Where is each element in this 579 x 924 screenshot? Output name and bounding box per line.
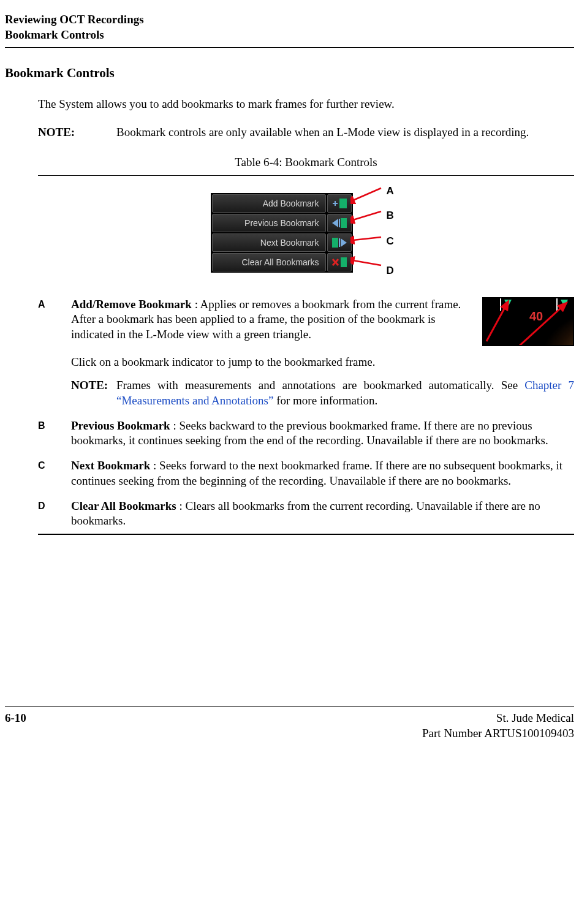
definition-d: D Clear All Bookmarks : Clears all bookm… bbox=[38, 499, 574, 529]
menu-item-previous-bookmark[interactable]: Previous Bookmark bbox=[212, 214, 352, 232]
def-a-note-body: Frames with measurements and annotations… bbox=[116, 378, 574, 408]
bookmark-indicator-image: 40 bbox=[482, 297, 574, 346]
header-chapter: Reviewing OCT Recordings bbox=[5, 12, 574, 28]
page-number: 6-10 bbox=[5, 711, 26, 741]
definition-a: A Add/Remove Bookmark : Applies or remov… bbox=[38, 297, 574, 409]
menu-label: Clear All Bookmarks bbox=[212, 253, 326, 271]
menu-item-add-bookmark[interactable]: Add Bookmark bbox=[212, 194, 352, 213]
menu-label: Previous Bookmark bbox=[212, 214, 326, 232]
menu-item-next-bookmark[interactable]: Next Bookmark bbox=[212, 233, 352, 252]
def-a-note-label: NOTE: bbox=[71, 378, 116, 408]
definition-c: C Next Bookmark : Seeks forward to the n… bbox=[38, 458, 574, 488]
note-label: NOTE: bbox=[38, 125, 116, 140]
note-text: Bookmark controls are only available whe… bbox=[116, 125, 574, 140]
menu-label: Add Bookmark bbox=[212, 194, 326, 213]
menu-item-clear-all-bookmarks[interactable]: Clear All Bookmarks bbox=[212, 253, 352, 271]
prev-bookmark-icon bbox=[327, 214, 352, 232]
footer-part-number: Part Number ARTUS100109403 bbox=[422, 726, 574, 741]
note-block: NOTE: Bookmark controls are only availab… bbox=[38, 125, 574, 140]
header-divider bbox=[5, 47, 574, 48]
intro-paragraph: The System allows you to add bookmarks t… bbox=[38, 97, 574, 112]
svg-rect-5 bbox=[339, 219, 340, 227]
svg-rect-8 bbox=[339, 238, 340, 247]
table-caption: Table 6-4: Bookmark Controls bbox=[38, 155, 574, 170]
section-title: Bookmark Controls bbox=[5, 65, 574, 81]
svg-line-24 bbox=[486, 308, 505, 341]
def-c-text: Next Bookmark : Seeks forward to the nex… bbox=[71, 458, 574, 488]
def-d-text: Clear All Bookmarks : Clears all bookmar… bbox=[71, 499, 574, 529]
callout-column: A B C D bbox=[353, 193, 402, 285]
def-key-d: D bbox=[38, 499, 71, 529]
header-section: Bookmark Controls bbox=[5, 28, 574, 43]
def-key-c: C bbox=[38, 458, 71, 488]
def-a-text: Add/Remove Bookmark : Applies or removes… bbox=[71, 297, 474, 343]
svg-marker-7 bbox=[341, 238, 347, 247]
next-bookmark-icon bbox=[327, 233, 352, 252]
menu-label: Next Bookmark bbox=[212, 233, 326, 252]
definition-b: B Previous Bookmark : Seeks backward to … bbox=[38, 418, 574, 449]
svg-rect-0 bbox=[339, 199, 347, 208]
callout-d: D bbox=[387, 264, 394, 278]
callout-b: B bbox=[387, 209, 394, 222]
def-key-b: B bbox=[38, 418, 71, 449]
def-b-text: Previous Bookmark : Seeks backward to th… bbox=[71, 418, 574, 449]
clear-bookmarks-icon bbox=[327, 253, 352, 271]
def-key-a: A bbox=[38, 297, 71, 409]
table-top-rule bbox=[38, 175, 574, 176]
def-a-body2: Click on a bookmark indicator to jump to… bbox=[71, 355, 574, 370]
svg-marker-4 bbox=[332, 219, 338, 227]
page-footer: 6-10 St. Jude Medical Part Number ARTUS1… bbox=[5, 706, 574, 741]
svg-text:40: 40 bbox=[529, 309, 543, 323]
svg-rect-9 bbox=[341, 257, 347, 267]
svg-marker-20 bbox=[561, 300, 568, 307]
svg-marker-18 bbox=[504, 300, 512, 307]
table-bottom-rule bbox=[38, 534, 574, 535]
bookmark-menu-panel: Add Bookmark Previous Bookmark bbox=[211, 193, 353, 273]
svg-rect-3 bbox=[341, 218, 347, 228]
bookmark-menu-figure: Add Bookmark Previous Bookmark bbox=[38, 193, 574, 285]
add-bookmark-icon bbox=[327, 194, 352, 213]
callout-c: C bbox=[387, 235, 394, 248]
def-a-note: NOTE: Frames with measurements and annot… bbox=[71, 378, 574, 408]
callout-a: A bbox=[387, 184, 394, 198]
footer-company: St. Jude Medical bbox=[422, 711, 574, 726]
svg-rect-6 bbox=[332, 238, 338, 248]
